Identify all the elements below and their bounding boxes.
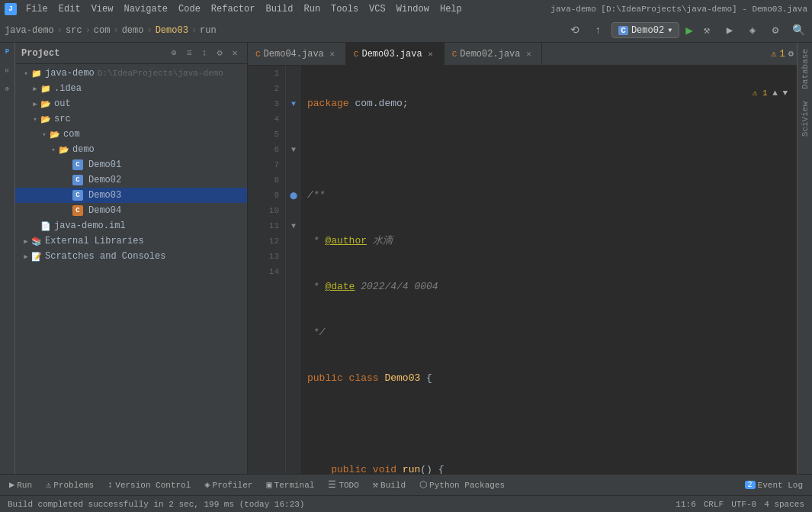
sidebar-bookmarks-icon[interactable]: ⊕ xyxy=(2,82,14,95)
menu-view[interactable]: View xyxy=(87,2,118,16)
gutter-1 xyxy=(286,66,301,81)
code-line-8 xyxy=(307,417,791,432)
bottom-tab-vcs[interactable]: ↕ Version Control xyxy=(101,477,197,494)
tree-label-demo01: Demo01 xyxy=(88,159,121,170)
menu-run[interactable]: Run xyxy=(299,2,325,16)
menu-code[interactable]: Code xyxy=(174,2,205,16)
breadcrumb: java-demo › src › com › demo › Demo03 › … xyxy=(5,25,217,36)
sidebar-project-icon[interactable]: P xyxy=(2,46,14,58)
menu-window[interactable]: Window xyxy=(392,2,434,16)
java-icon: C xyxy=(255,50,261,59)
status-cursor[interactable]: 11:6 xyxy=(672,497,698,512)
tree-demo04[interactable]: ▶ C Demo04 xyxy=(15,203,247,218)
bottom-tab-build[interactable]: ⚒ Build xyxy=(367,477,412,494)
tree-com[interactable]: ▾ 📂 com xyxy=(15,127,247,142)
code-editor[interactable]: 1 2 3 4 5 6 7 8 9 10 11 12 13 14 ▼ xyxy=(248,66,797,474)
settings-button[interactable]: ⚙ xyxy=(766,21,785,40)
tab-demo02[interactable]: C Demo02.java ✕ xyxy=(445,43,543,66)
gutter-7 xyxy=(286,157,301,172)
tree-idea[interactable]: ▶ 📁 .idea xyxy=(15,81,247,96)
panel-settings-icon[interactable]: ⚙ xyxy=(213,47,226,60)
tab-demo02-close[interactable]: ✕ xyxy=(523,49,534,60)
menu-help[interactable]: Help xyxy=(435,2,467,16)
tree-iml[interactable]: ▶ 📄 java-demo.iml xyxy=(15,218,247,233)
class-demo04-icon: C xyxy=(72,204,84,217)
menu-navigate[interactable]: Navigate xyxy=(119,2,172,16)
breadcrumb-src[interactable]: src xyxy=(66,25,82,36)
tree-arrow-com: ▾ xyxy=(40,130,49,139)
menu-vcs[interactable]: VCS xyxy=(364,2,390,16)
sidebar-structure-icon[interactable]: ≡ xyxy=(2,64,14,76)
vcs-update-button[interactable]: ⟲ xyxy=(566,21,584,40)
build-button[interactable]: ⚒ xyxy=(698,21,716,40)
vcs-tab-label: Version Control xyxy=(115,481,191,490)
menu-build[interactable]: Build xyxy=(261,2,297,16)
tree-demo03[interactable]: ▶ C Demo03 xyxy=(15,188,247,203)
sidebar-database-label[interactable]: Database xyxy=(799,43,811,95)
scratches-icon: 📝 xyxy=(30,250,43,262)
sidebar-sciview-label[interactable]: SciView xyxy=(799,95,811,143)
tree-demo01[interactable]: ▶ C Demo01 xyxy=(15,157,247,172)
ln-11: 11 xyxy=(254,218,279,233)
tree-scratches[interactable]: ▶ 📝 Scratches and Consoles xyxy=(15,249,247,264)
search-button[interactable]: 🔍 xyxy=(789,21,807,40)
tab-demo02-label: Demo02.java xyxy=(460,49,520,60)
tree-label-java-demo: java-demo xyxy=(45,68,95,79)
breadcrumb-com[interactable]: com xyxy=(94,25,111,36)
menu-tools[interactable]: Tools xyxy=(326,2,363,16)
tree-demo[interactable]: ▾ 📂 demo xyxy=(15,142,247,157)
build-tab-label: Build xyxy=(380,481,406,490)
tab-demo04-close[interactable]: ✕ xyxy=(327,49,338,60)
bottom-tab-todo[interactable]: ☰ TODO xyxy=(322,477,364,494)
folder-src-icon: 📂 xyxy=(40,113,52,125)
status-bar: Build completed successfully in 2 sec, 1… xyxy=(0,495,812,512)
folder-icon: 📁 xyxy=(30,67,43,79)
panel-sort-icon[interactable]: ↕ xyxy=(198,47,210,60)
project-panel: Project ⊕ ≡ ↕ ⚙ ✕ ▾ 📁 java-demo D:\IdeaP… xyxy=(15,43,248,474)
run-config-selector[interactable]: C Demo02 ▾ xyxy=(611,22,679,38)
breadcrumb-project[interactable]: java-demo xyxy=(5,25,54,36)
run-button[interactable]: ▶ xyxy=(685,23,693,38)
menu-file[interactable]: File xyxy=(21,2,53,16)
gutter-4 xyxy=(286,111,301,127)
breadcrumb-method[interactable]: run xyxy=(200,25,217,36)
tree-out[interactable]: ▶ 📂 out xyxy=(15,96,247,111)
code-content[interactable]: package com.demo; /** * @author 水滴 * @da… xyxy=(301,66,797,474)
profile-button[interactable]: ◈ xyxy=(743,21,762,40)
tree-path: D:\IdeaProjects\java-demo xyxy=(98,69,223,78)
bottom-tab-problems[interactable]: ⚠ Problems xyxy=(40,477,100,494)
menu-edit[interactable]: Edit xyxy=(54,2,85,16)
tree-src[interactable]: ▾ 📂 src xyxy=(15,111,247,127)
vcs-push-button[interactable]: ↑ xyxy=(589,21,607,40)
bottom-tab-python[interactable]: ⬡ Python Packages xyxy=(413,477,511,494)
coverage-button[interactable]: ▶ xyxy=(721,21,739,40)
breadcrumb-demo[interactable]: demo xyxy=(122,25,144,36)
panel-add-icon[interactable]: ⊕ xyxy=(168,47,180,60)
tab-demo04[interactable]: C Demo04.java ✕ xyxy=(248,43,346,66)
status-left: Build completed successfully in 2 sec, 1… xyxy=(5,497,307,512)
menu-bar: J File Edit View Navigate Code Refactor … xyxy=(0,0,812,18)
bottom-tab-terminal[interactable]: ▣ Terminal xyxy=(260,477,320,494)
breadcrumb-class[interactable]: Demo03 xyxy=(156,25,188,36)
todo-tab-icon: ☰ xyxy=(328,479,336,491)
gutter-6: ▼ xyxy=(286,142,301,157)
tab-demo03[interactable]: C Demo03.java ✕ xyxy=(346,43,445,66)
project-tree: ▾ 📁 java-demo D:\IdeaProjects\java-demo … xyxy=(15,64,247,474)
bottom-tab-profiler[interactable]: ◈ Profiler xyxy=(198,477,258,494)
tab-demo03-close[interactable]: ✕ xyxy=(425,49,436,60)
panel-collapse-icon[interactable]: ≡ xyxy=(183,47,195,60)
tree-root-java-demo[interactable]: ▾ 📁 java-demo D:\IdeaProjects\java-demo xyxy=(15,66,247,81)
tree-label-com: com xyxy=(63,129,80,140)
bottom-tab-run[interactable]: ▶ Run xyxy=(3,477,38,494)
tab-settings-icon[interactable]: ⚙ xyxy=(788,48,794,60)
tree-demo02[interactable]: ▶ C Demo02 xyxy=(15,172,247,188)
status-indent[interactable]: 4 spaces xyxy=(761,497,807,512)
panel-close-icon[interactable]: ✕ xyxy=(229,47,241,60)
status-message: Build completed successfully in 2 sec, 1… xyxy=(5,497,307,512)
status-line-sep[interactable]: CRLF xyxy=(701,497,727,512)
tree-label-libs: External Libraries xyxy=(45,236,144,246)
status-encoding[interactable]: UTF-8 xyxy=(728,497,759,512)
bottom-tab-eventlog[interactable]: 2 Event Log xyxy=(739,477,809,494)
menu-refactor[interactable]: Refactor xyxy=(207,2,260,16)
tree-external-libs[interactable]: ▶ 📚 External Libraries xyxy=(15,233,247,249)
